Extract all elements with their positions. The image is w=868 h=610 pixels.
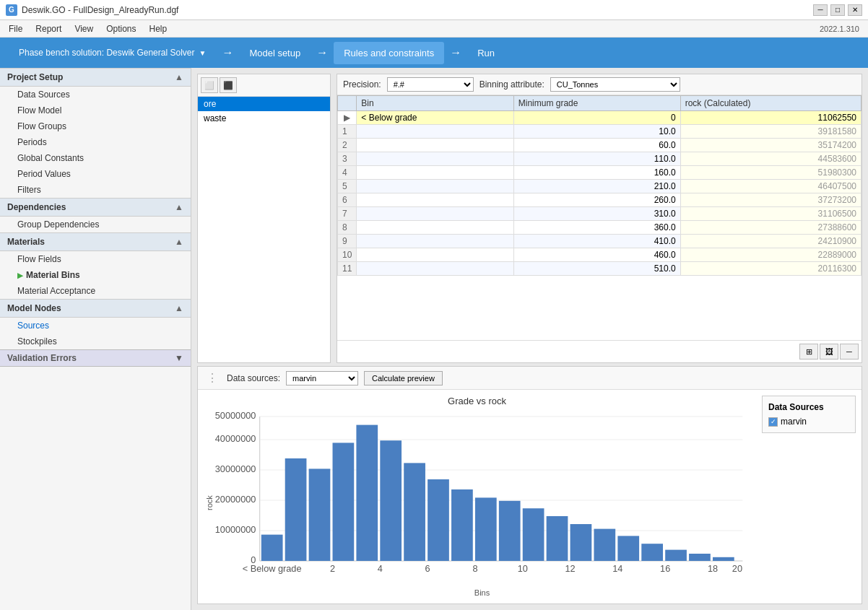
sidebar-item-data-sources[interactable]: Data Sources: [0, 87, 191, 103]
svg-rect-31: [665, 550, 687, 561]
sidebar-section-header-dependencies[interactable]: Dependencies ▲: [0, 198, 191, 217]
menu-help[interactable]: Help: [144, 22, 173, 35]
tree-panel: ⬜ ⬛ ore waste: [197, 74, 331, 363]
menu-bar: File Report View Options Help 2022.1.310: [0, 20, 868, 38]
tree-toolbar: ⬜ ⬛: [198, 74, 330, 97]
minimize-button[interactable]: ─: [813, 4, 828, 16]
svg-text:50000000: 50000000: [215, 411, 256, 421]
sidebar-item-sources[interactable]: Sources: [0, 318, 191, 334]
phase-dropdown-icon: ▼: [199, 49, 206, 57]
table-toolbar: Precision: #.# Binning attribute: CU_Ton…: [337, 74, 862, 95]
svg-rect-18: [356, 425, 378, 561]
svg-rect-14: [261, 535, 283, 561]
content-area: ⬜ ⬛ ore waste Precision: #.# Bi: [191, 68, 868, 610]
sidebar-section-header-project-setup[interactable]: Project Setup ▲: [0, 68, 191, 87]
section-toggle-project-setup: ▲: [175, 72, 183, 82]
section-toggle-model-nodes: ▲: [175, 303, 183, 313]
col-indicator: [338, 96, 357, 111]
sidebar-item-filters[interactable]: Filters: [0, 182, 191, 198]
legend-label-marvin: marvin: [781, 417, 807, 427]
svg-text:18: 18: [708, 564, 718, 574]
menu-report[interactable]: Report: [30, 22, 67, 35]
nav-step-rules[interactable]: Rules and constraints: [334, 42, 444, 64]
validation-header[interactable]: Validation Errors ▼: [0, 350, 191, 367]
svg-text:10000000: 10000000: [215, 525, 256, 535]
svg-rect-19: [380, 440, 402, 561]
svg-rect-24: [499, 501, 521, 561]
sidebar-section-materials: Materials ▲ Flow Fields Material Bins Ma…: [0, 232, 191, 299]
table-panel: Precision: #.# Binning attribute: CU_Ton…: [337, 74, 862, 363]
maximize-button[interactable]: □: [830, 4, 845, 16]
table-export-button[interactable]: ⊞: [799, 344, 818, 360]
sidebar-section-header-materials[interactable]: Materials ▲: [0, 232, 191, 251]
content-top: ⬜ ⬛ ore waste Precision: #.# Bi: [191, 68, 868, 366]
menu-options[interactable]: Options: [100, 22, 142, 35]
title-bar: G Deswik.GO - FullDesign_AlreadyRun.dgf …: [0, 0, 868, 20]
svg-rect-22: [451, 489, 473, 561]
sidebar-item-flow-fields[interactable]: Flow Fields: [0, 251, 191, 267]
calculate-preview-button[interactable]: Calculate preview: [364, 371, 443, 385]
x-axis-label: Bins: [214, 588, 750, 597]
close-button[interactable]: ✕: [848, 4, 862, 16]
table-row: 10 460.0 22889000: [338, 248, 862, 262]
svg-rect-17: [333, 443, 355, 561]
table-row: 9 410.0 24210900: [338, 235, 862, 248]
sidebar-item-global-constants[interactable]: Global Constants: [0, 150, 191, 166]
svg-rect-15: [285, 458, 307, 561]
precision-select[interactable]: #.#: [387, 77, 474, 92]
chart-section: ⋮ Data sources: marvin Calculate preview…: [197, 366, 862, 604]
tree-item-ore[interactable]: ore: [198, 97, 330, 111]
sidebar-section-dependencies: Dependencies ▲ Group Dependencies: [0, 198, 191, 232]
chart-container: Grade vs rock rock: [198, 390, 862, 604]
tree-item-waste[interactable]: waste: [198, 111, 330, 126]
table-row: 4 160.0 51980300: [338, 166, 862, 180]
binning-select[interactable]: CU_Tonnes: [550, 77, 680, 92]
svg-text:14: 14: [612, 564, 622, 574]
main-layout: Project Setup ▲ Data Sources Flow Model …: [0, 68, 868, 610]
svg-rect-30: [641, 544, 663, 561]
svg-text:4: 4: [378, 564, 383, 574]
sidebar-item-periods[interactable]: Periods: [0, 134, 191, 150]
table-row: 7 310.0 31106500: [338, 207, 862, 221]
svg-text:30000000: 30000000: [215, 464, 256, 474]
tree-copy-button[interactable]: ⬜: [201, 77, 218, 93]
version-label: 2022.1.310: [820, 25, 865, 33]
sidebar-item-material-acceptance[interactable]: Material Acceptance: [0, 283, 191, 299]
menu-file[interactable]: File: [3, 22, 28, 35]
menu-view[interactable]: View: [69, 22, 99, 35]
chart-legend: Data Sources ✓ marvin: [762, 396, 856, 598]
nav-phase[interactable]: Phase bench solution: Deswik General Sol…: [9, 42, 216, 64]
sidebar-item-flow-groups[interactable]: Flow Groups: [0, 118, 191, 134]
svg-text:6: 6: [425, 564, 430, 574]
table-info-button[interactable]: ─: [840, 344, 859, 360]
chart-divider: ⋮: [204, 370, 221, 386]
sidebar-item-period-values[interactable]: Period Values: [0, 166, 191, 182]
svg-text:40000000: 40000000: [215, 434, 256, 444]
sidebar-section-header-model-nodes[interactable]: Model Nodes ▲: [0, 299, 191, 318]
chart-plot: 0 10000000 20000000 30000000 40000000 50…: [214, 409, 750, 597]
sidebar-item-stockpiles[interactable]: Stockpiles: [0, 334, 191, 349]
table-row: 11 510.0 20116300: [338, 262, 862, 276]
svg-rect-20: [404, 463, 425, 561]
table-save-image-button[interactable]: 🖼: [820, 344, 838, 360]
nav-arrow-3: →: [444, 46, 467, 59]
section-toggle-materials: ▲: [175, 237, 183, 247]
legend-item-marvin: ✓ marvin: [768, 417, 849, 427]
data-sources-select[interactable]: marvin: [286, 371, 358, 385]
col-bin: Bin: [357, 96, 513, 111]
nav-step-model-setup[interactable]: Model setup: [239, 42, 311, 64]
svg-text:12: 12: [565, 564, 575, 574]
sidebar-item-group-dependencies[interactable]: Group Dependencies: [0, 217, 191, 232]
sidebar-section-model-nodes: Model Nodes ▲ Sources Stockpiles: [0, 299, 191, 349]
table-row: 8 360.0 27388600: [338, 221, 862, 235]
nav-step-run[interactable]: Run: [467, 42, 505, 64]
legend-checkbox-marvin[interactable]: ✓: [768, 417, 778, 427]
sidebar-item-material-bins[interactable]: Material Bins: [0, 267, 191, 283]
svg-text:20000000: 20000000: [215, 494, 256, 505]
precision-label: Precision:: [343, 79, 381, 90]
svg-rect-33: [713, 557, 734, 561]
window-controls: ─ □ ✕: [813, 4, 862, 16]
chart-toolbar: ⋮ Data sources: marvin Calculate preview: [198, 367, 862, 390]
tree-paste-button[interactable]: ⬛: [220, 77, 237, 93]
sidebar-item-flow-model[interactable]: Flow Model: [0, 103, 191, 118]
